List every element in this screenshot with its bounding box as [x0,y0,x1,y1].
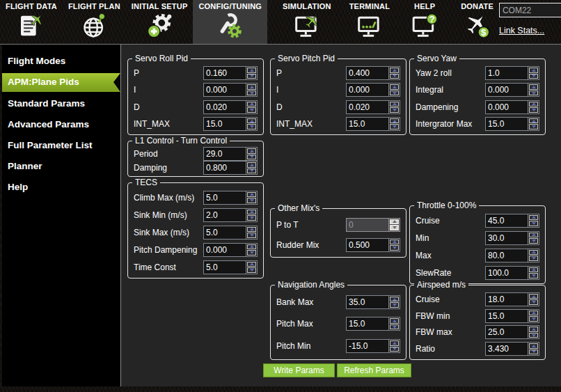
spin-up-button[interactable] [247,210,256,215]
spin-up-button[interactable] [529,267,538,273]
param-spinner[interactable]: 15.0 [485,117,539,131]
spin-up-button[interactable] [529,343,538,349]
param-input[interactable]: 15.0 [346,317,388,331]
param-input[interactable]: 1.0 [485,66,528,80]
param-spinner[interactable]: 45.0 [485,214,539,228]
tab-help[interactable]: HELP ? [405,0,444,44]
spin-up-button[interactable] [529,233,538,238]
spin-up-button[interactable] [529,215,538,221]
spin-down-button[interactable] [247,124,256,130]
spin-up-button[interactable] [390,118,399,124]
spin-up-button[interactable] [390,84,399,90]
spin-down-button[interactable] [390,107,399,113]
spin-down-button[interactable] [390,245,399,251]
param-input[interactable]: 5.0 [203,260,246,274]
param-input[interactable]: 18.0 [485,292,528,306]
param-input[interactable]: 45.0 [485,214,528,228]
spin-down-button[interactable] [529,221,538,226]
param-spinner[interactable]: 1.0 [485,66,539,80]
spin-down-button[interactable] [247,267,256,273]
param-spinner[interactable]: 0.000 [203,83,258,97]
tab-flight-plan[interactable]: FLIGHT PLAN [63,0,126,44]
spin-down-button[interactable] [247,233,256,238]
spin-up-button[interactable] [390,318,399,324]
spin-up-button[interactable] [247,162,256,168]
tab-simulation[interactable]: SIMULATION [277,0,337,44]
tab-initial-setup[interactable]: INITIAL SETUP [126,0,193,44]
spin-up-button[interactable] [247,148,256,154]
param-input[interactable]: 15.0 [485,117,528,131]
spin-down-button[interactable] [390,91,399,96]
param-input[interactable]: 0.160 [203,66,246,80]
sidebar-item-advanced-params[interactable]: Advanced Params [2,114,120,135]
param-input[interactable]: 3.430 [485,342,528,356]
param-spinner[interactable]: 15.0 [485,309,539,323]
param-input[interactable]: 100.0 [485,266,528,280]
spin-down-button[interactable] [390,347,399,352]
sidebar-item-help[interactable]: Help [2,177,120,198]
param-spinner[interactable]: 80.0 [485,249,539,262]
param-spinner[interactable]: 0.000 [485,100,539,114]
spin-up-button[interactable] [529,84,538,90]
param-spinner[interactable]: 3.430 [485,342,539,356]
link-stats-link[interactable]: Link Stats... [499,26,544,36]
tab-flight-data[interactable]: FLIGHT DATA [0,0,63,44]
spin-up-button[interactable] [529,118,538,124]
param-spinner[interactable]: 35.0 [346,295,400,309]
spin-up-button[interactable] [529,250,538,256]
spin-up-button[interactable] [529,294,538,299]
sidebar-item-full-parameter-list[interactable]: Full Parameter List [2,135,120,156]
param-input[interactable]: 29.0 [203,147,246,161]
spin-up-button[interactable] [247,227,256,233]
tab-config-tuning[interactable]: CONFIG/TUNING [193,0,267,44]
spin-down-button[interactable] [529,74,538,79]
sidebar-item-apm-plane-pids[interactable]: APM:Plane Pids [2,73,120,92]
sidebar-item-planner[interactable]: Planner [2,156,120,177]
spin-down-button[interactable] [247,215,256,221]
spin-up-button[interactable] [390,68,399,73]
param-input[interactable]: 0.500 [346,238,388,252]
spin-up-button[interactable] [529,68,538,73]
param-spinner[interactable]: 29.0 [203,147,258,161]
spin-down-button[interactable] [529,299,538,305]
param-spinner[interactable]: 15.0 [346,317,400,331]
param-spinner[interactable]: 0.500 [346,238,400,252]
param-input[interactable]: 0.020 [346,100,388,114]
sidebar-item-flight-modes[interactable]: Flight Modes [2,51,120,72]
spin-down-button[interactable] [247,74,256,79]
spin-up-button[interactable] [247,84,256,90]
spin-down-button[interactable] [529,238,538,244]
sidebar-item-standard-params[interactable]: Standard Params [2,93,120,114]
spin-down-button[interactable] [529,273,538,279]
spin-down-button[interactable] [247,91,256,96]
param-spinner[interactable]: 0.400 [346,66,400,80]
param-input[interactable]: 25.0 [485,325,528,339]
param-spinner[interactable]: 100.0 [485,266,539,280]
spin-down-button[interactable] [247,198,256,203]
param-input[interactable]: 15.0 [485,309,528,323]
param-spinner[interactable]: 15.0 [346,117,400,131]
param-input[interactable]: 0.000 [485,83,528,97]
param-input[interactable]: 0.400 [346,66,388,80]
param-input[interactable]: 2.0 [203,208,246,222]
param-input[interactable]: 0.000 [485,100,528,114]
spin-up-button[interactable] [390,102,399,107]
spin-up-button[interactable] [247,192,256,198]
param-input[interactable]: 35.0 [346,295,388,309]
param-input[interactable]: 0.000 [346,83,388,97]
spin-down-button[interactable] [529,350,538,355]
param-spinner[interactable]: 5.0 [203,226,258,240]
spin-down-button[interactable] [247,250,256,256]
param-input[interactable]: 0.000 [203,83,246,97]
spin-down-button[interactable] [529,256,538,261]
param-spinner[interactable]: 0.020 [346,100,400,114]
param-input[interactable]: 0.800 [203,161,246,175]
param-spinner[interactable]: 0.000 [203,243,258,257]
spin-down-button[interactable] [247,168,256,174]
param-input[interactable]: 80.0 [485,249,528,262]
tab-donate[interactable]: DONATE $ [455,0,499,44]
spin-up-button[interactable] [247,118,256,124]
param-spinner[interactable]: 15.0 [203,117,258,131]
spin-up-button[interactable] [390,240,399,245]
param-spinner[interactable]: 0.000 [485,83,539,97]
